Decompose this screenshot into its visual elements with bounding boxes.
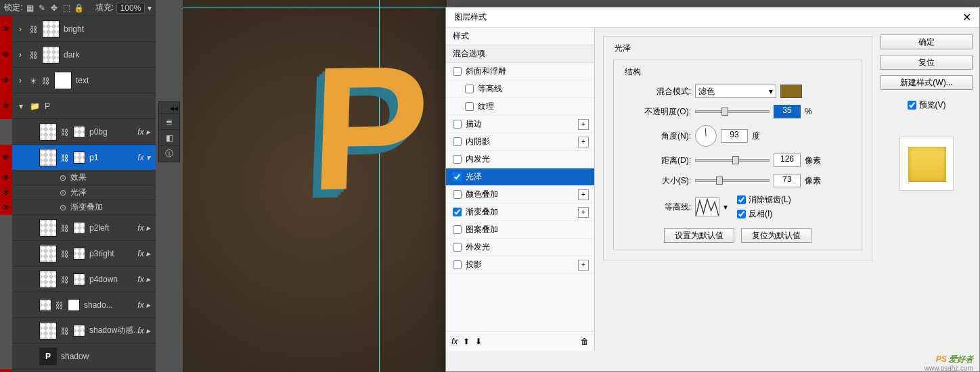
layer-p1[interactable]: ⛓p1fx ▾	[12, 145, 156, 170]
style-checkbox[interactable]	[453, 243, 462, 252]
eye-icon[interactable]: 👁	[0, 185, 12, 200]
eye-icon[interactable]: 👁	[0, 170, 12, 185]
canvas-area[interactable]: P	[183, 0, 447, 372]
style-checkbox[interactable]	[453, 67, 462, 76]
preview-checkbox[interactable]: 预览(V)	[881, 99, 973, 111]
history-icon[interactable]: ≣	[159, 113, 179, 129]
close-icon[interactable]: ✕	[962, 11, 971, 24]
style-checkbox[interactable]	[453, 137, 462, 146]
style-gradient-overlay[interactable]: 渐变叠加+	[446, 204, 594, 221]
angle-control[interactable]	[695, 125, 717, 147]
layer-bright[interactable]: ›⛓bright	[12, 16, 156, 42]
layer-shadow-motion[interactable]: ⛓shadow动感...fx ▸	[12, 318, 156, 344]
layer-folder-p[interactable]: ▾📁P	[12, 93, 156, 119]
eye-icon[interactable]: 👁	[0, 145, 12, 170]
reset-default-button[interactable]: 复位为默认值	[741, 228, 811, 243]
opacity-input[interactable]: 35	[774, 105, 801, 118]
lock-move-icon[interactable]: ✥	[49, 3, 59, 13]
fill-dropdown-icon[interactable]: ▾	[148, 3, 152, 13]
lock-transparency-icon[interactable]: ▦	[25, 3, 35, 13]
layer-p2left[interactable]: ⛓p2leftfx ▸	[12, 215, 156, 241]
layer-p0bg[interactable]: ⛓p0bgfx ▸	[12, 119, 156, 145]
style-checkbox[interactable]	[453, 260, 462, 269]
style-color-overlay[interactable]: 颜色叠加+	[446, 186, 594, 204]
blend-options[interactable]: 混合选项	[446, 45, 594, 63]
invert-checkbox[interactable]: 反相(I)	[737, 208, 791, 220]
style-bevel[interactable]: 斜面和浮雕	[446, 63, 594, 80]
eye-icon[interactable]	[0, 344, 12, 369]
dialog-titlebar[interactable]: 图层样式 ✕	[446, 7, 979, 28]
style-checkbox[interactable]	[465, 85, 474, 93]
fx-menu-icon[interactable]: fx	[451, 337, 458, 346]
add-icon[interactable]: +	[578, 260, 589, 271]
distance-input[interactable]: 126	[774, 154, 801, 167]
new-style-button[interactable]: 新建样式(W)...	[881, 75, 973, 90]
layer-effect-satin[interactable]: ⊙光泽	[12, 185, 156, 200]
add-icon[interactable]: +	[578, 189, 589, 200]
style-pattern-overlay[interactable]: 图案叠加	[446, 221, 594, 239]
add-icon[interactable]: +	[578, 137, 589, 147]
mini-panel-collapse[interactable]: ◂◂	[159, 102, 179, 113]
add-icon[interactable]: +	[578, 119, 589, 130]
ok-button[interactable]: 确定	[881, 34, 973, 49]
reset-button[interactable]: 复位	[881, 55, 973, 70]
arrow-down-icon[interactable]: ⬇	[475, 337, 482, 346]
eye-icon[interactable]: 👁	[0, 93, 12, 119]
style-checkbox[interactable]	[453, 120, 462, 129]
size-input[interactable]: 73	[774, 174, 801, 187]
eye-icon[interactable]: 👁	[0, 68, 12, 93]
style-inner-shadow[interactable]: 内阴影+	[446, 133, 594, 151]
style-checkbox[interactable]	[453, 172, 462, 181]
eye-icon[interactable]: 👁	[0, 42, 12, 68]
layer-p4down[interactable]: ⛓p4downfx ▸	[12, 266, 156, 292]
antialias-checkbox[interactable]: 消除锯齿(L)	[737, 194, 791, 206]
style-outer-glow[interactable]: 外发光	[446, 239, 594, 256]
arrow-up-icon[interactable]: ⬆	[463, 337, 470, 346]
layer-text[interactable]: ›☀⛓text	[12, 68, 156, 93]
style-checkbox[interactable]	[465, 102, 474, 111]
layer-p3right[interactable]: ⛓p3rightfx ▸	[12, 241, 156, 266]
lock-brush-icon[interactable]: ✎	[37, 3, 47, 13]
eye-icon[interactable]	[0, 292, 12, 318]
eye-icon[interactable]: 👁	[0, 16, 12, 42]
style-texture[interactable]: 纹理	[446, 98, 594, 116]
layer-shadow1[interactable]: ⛓shado...fx ▸	[12, 292, 156, 318]
color-swatch[interactable]	[780, 85, 802, 98]
eye-icon[interactable]	[0, 215, 12, 241]
contour-picker[interactable]	[695, 197, 719, 216]
set-default-button[interactable]: 设置为默认值	[664, 228, 734, 243]
layer-effects[interactable]: ⊙效果	[12, 170, 156, 185]
contour-dropdown-icon[interactable]: ▾	[723, 202, 728, 212]
styles-header[interactable]: 样式	[446, 28, 594, 45]
eye-icon[interactable]: 👁	[0, 200, 12, 215]
style-checkbox[interactable]	[453, 155, 462, 164]
trash-icon[interactable]: 🗑	[581, 337, 589, 346]
style-inner-glow[interactable]: 内发光	[446, 151, 594, 168]
distance-slider[interactable]	[695, 159, 770, 162]
blend-mode-select[interactable]: 滤色▾	[695, 85, 776, 98]
lock-artboard-icon[interactable]: ⬚	[62, 3, 71, 13]
style-checkbox[interactable]	[453, 208, 462, 216]
angle-input[interactable]: 93	[721, 129, 748, 143]
style-checkbox[interactable]	[453, 190, 462, 199]
lock-all-icon[interactable]: 🔒	[74, 3, 83, 13]
info-icon[interactable]: ⓘ	[159, 145, 179, 162]
fill-value[interactable]: 100%	[116, 3, 145, 14]
watermark: PS 爱好者	[936, 350, 973, 365]
eye-icon[interactable]	[0, 119, 12, 145]
eye-icon[interactable]	[0, 266, 12, 292]
opacity-slider[interactable]	[695, 110, 770, 113]
size-slider[interactable]	[695, 179, 770, 182]
add-icon[interactable]: +	[578, 207, 589, 218]
style-satin[interactable]: 光泽	[446, 168, 594, 186]
eye-icon[interactable]	[0, 241, 12, 266]
style-checkbox[interactable]	[453, 225, 462, 234]
style-contour[interactable]: 等高线	[446, 80, 594, 98]
eye-icon[interactable]	[0, 318, 12, 344]
properties-icon[interactable]: ◧	[159, 129, 179, 145]
style-stroke[interactable]: 描边+	[446, 116, 594, 133]
layer-dark[interactable]: ›⛓dark	[12, 42, 156, 68]
layer-effect-gradient[interactable]: ⊙渐变叠加	[12, 200, 156, 215]
style-drop-shadow[interactable]: 投影+	[446, 256, 594, 274]
layer-shadow[interactable]: Pshadow	[12, 344, 156, 369]
